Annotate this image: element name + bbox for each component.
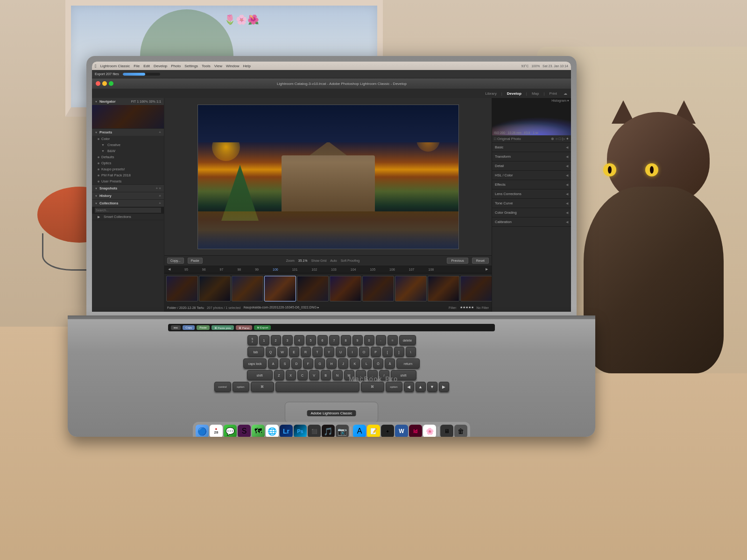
key-o[interactable]: O [359,347,369,357]
key-4[interactable]: 4 [294,335,304,345]
preset-color[interactable]: Color [92,136,164,142]
film-thumb-1[interactable] [166,276,198,301]
key-i[interactable]: I [347,347,358,357]
filmstrip-nav-right[interactable]: ▶ [486,267,488,271]
collections-header[interactable]: ▼ Collections + [92,200,164,207]
key-5[interactable]: 5 [306,335,316,345]
key-7[interactable]: 7 [329,335,339,345]
key-k[interactable]: K [350,358,360,369]
preset-defaults[interactable]: Defaults [92,154,164,160]
calibration-panel[interactable]: Calibration ◀ [492,218,571,225]
preset-user[interactable]: User Presets [92,178,164,184]
key-arrow-up[interactable]: ▲ [416,382,426,392]
key-caps[interactable]: caps lock [243,358,267,369]
key-z[interactable]: Z [274,370,284,380]
key-g[interactable]: G [315,358,325,369]
tab-map[interactable]: Map [529,91,542,97]
key-r[interactable]: R [301,347,311,357]
key-9[interactable]: 9 [352,335,363,345]
apple-menu[interactable]:  [95,63,97,69]
key-shift-left[interactable]: shift [247,370,273,380]
film-thumb-9[interactable] [428,276,459,301]
key-x[interactable]: X [286,370,296,380]
tb-copy[interactable]: Copy [183,325,195,330]
dock-maps[interactable]: 🗺 [252,425,265,437]
key-arrow-down[interactable]: ▼ [427,382,437,392]
key-backtick[interactable]: §± [247,335,258,345]
menu-photo[interactable]: Photo [171,64,181,68]
dock-app-store[interactable]: A [353,425,366,437]
dock-finder[interactable]: 🔵 [196,425,209,437]
preset-optics[interactable]: Optics [92,160,164,166]
tb-param[interactable]: ⌘ Parso [236,325,252,330]
tab-library[interactable]: Library [482,91,499,97]
film-thumb-3[interactable] [232,276,263,301]
dock-lightroom[interactable]: Lr [280,425,293,437]
key-c[interactable]: C [297,370,308,380]
film-thumb-8[interactable] [395,276,427,301]
menu-file[interactable]: File [134,64,140,68]
preset-creative[interactable]: ▼Creative [92,142,164,148]
maximize-button[interactable] [109,81,113,86]
dock-notes[interactable]: 📝 [367,425,380,437]
basic-panel[interactable]: Basic ◀ [492,144,571,151]
key-t[interactable]: T [312,347,323,357]
preset-kaupo[interactable]: Kaupo presets! [92,166,164,172]
filmstrip-nav-left[interactable]: ◀ [168,267,170,271]
key-f[interactable]: F [303,358,313,369]
smart-collections[interactable]: ▶ Smart Collections [92,214,164,220]
tb-esc[interactable]: esc [171,325,181,330]
dock-messages[interactable]: 💬 [224,425,237,437]
dock-chrome[interactable]: 🌐 [266,425,279,437]
menu-tools[interactable]: Tools [202,64,211,68]
key-option-right[interactable]: option [386,382,402,392]
key-8[interactable]: 8 [341,335,351,345]
key-d[interactable]: D [291,358,302,369]
key-control[interactable]: control [214,382,231,392]
film-thumb-5[interactable] [297,276,329,301]
no-filter[interactable]: No Filter [477,306,489,309]
hsl-panel[interactable]: HSL / Color ◀ [492,172,571,179]
tab-print[interactable]: Print [547,91,560,97]
key-bracket-close[interactable]: ] [394,347,404,357]
snapshots-header[interactable]: ▼ Snapshots + × [92,185,164,192]
copy-button[interactable]: Copy... [167,258,184,264]
key-b[interactable]: B [321,370,331,380]
film-thumb-10[interactable] [460,276,492,301]
key-quote[interactable]: Ä [385,358,395,369]
film-thumb-6[interactable] [330,276,361,301]
preset-bw[interactable]: ▼B&W [92,148,164,154]
paste-button[interactable]: Paste [188,258,203,264]
key-arrow-right[interactable]: ▶ [439,382,449,392]
key-spacebar[interactable] [275,382,359,392]
key-2[interactable]: 2 [271,335,281,345]
key-v[interactable]: V [309,370,319,380]
dock-photos[interactable]: 🌸 [423,425,436,437]
key-equals[interactable]: = [388,335,398,345]
dock-trash[interactable]: 🗑 [454,425,467,437]
key-y[interactable]: Y [324,347,334,357]
key-command-left[interactable]: ⌘ [251,382,274,392]
detail-panel[interactable]: Detail ◀ [492,162,571,169]
filter-stars[interactable]: ★★★★★ [460,306,474,309]
menu-edit[interactable]: Edit [143,64,150,68]
key-3[interactable]: 3 [282,335,293,345]
key-semicolon[interactable]: Ö [373,358,383,369]
key-u[interactable]: U [336,347,346,357]
navigator-header[interactable]: ▼ Navigator FIT 1 100% 33% 1:1 [92,98,164,105]
key-backslash[interactable]: \ [406,347,416,357]
dock-calendar[interactable]: ■ 28 [210,425,223,437]
menu-develop[interactable]: Develop [154,64,167,68]
key-h[interactable]: H [326,358,337,369]
lens-corrections-panel[interactable]: Lens Corrections ◀ [492,190,571,197]
color-grading-panel[interactable]: Color Grading ◀ [492,209,571,216]
key-return[interactable]: return [396,358,420,369]
presets-header[interactable]: ▼ Presets + [92,129,164,136]
tb-export[interactable]: M Export [254,325,271,330]
menu-settings[interactable]: Settings [184,64,198,68]
transform-panel[interactable]: Transform ◀ [492,153,571,160]
dock-app-3[interactable]: ⬛ [308,425,321,437]
dock-indesign[interactable]: Id [409,425,422,437]
close-button[interactable] [96,81,100,86]
tb-paste[interactable]: Paste [197,325,209,330]
